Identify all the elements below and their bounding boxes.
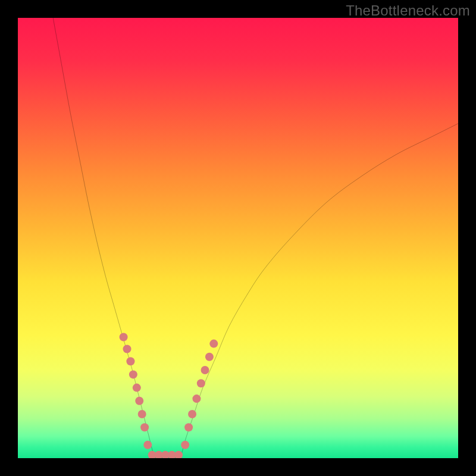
chart-frame: TheBottleneck.com <box>0 0 476 476</box>
bottleneck-curve <box>53 18 458 458</box>
data-marker <box>174 451 183 458</box>
data-marker <box>143 441 152 449</box>
data-marker <box>126 357 134 365</box>
plot-area <box>18 18 458 458</box>
data-marker <box>133 384 141 392</box>
data-marker <box>135 397 143 405</box>
data-marker <box>120 333 128 342</box>
data-marker <box>129 370 137 378</box>
data-marker <box>123 345 131 353</box>
chart-svg <box>18 18 458 458</box>
data-marker <box>184 423 193 431</box>
marker-layer <box>120 333 218 459</box>
data-marker <box>197 379 205 387</box>
data-marker <box>209 340 218 348</box>
data-marker <box>138 410 146 418</box>
watermark-text: TheBottleneck.com <box>346 2 470 19</box>
data-marker <box>192 394 201 403</box>
data-marker <box>201 366 209 374</box>
data-marker <box>181 441 189 449</box>
data-marker <box>205 353 214 361</box>
data-marker <box>188 410 196 418</box>
curve-layer <box>53 18 458 458</box>
data-marker <box>140 423 149 431</box>
